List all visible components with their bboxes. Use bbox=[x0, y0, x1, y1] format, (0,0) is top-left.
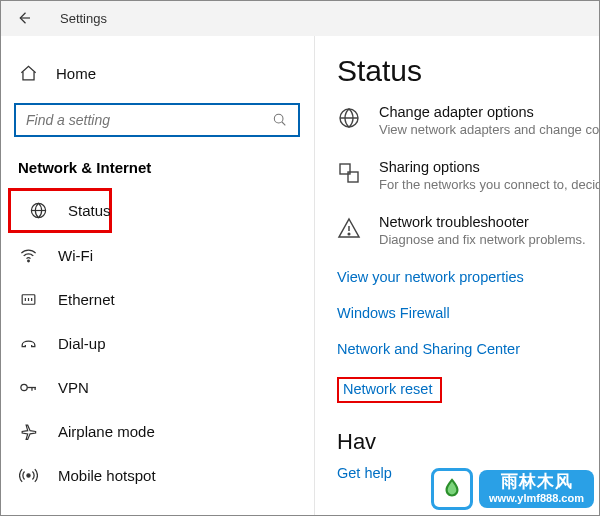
highlight-network-reset: Network reset bbox=[337, 377, 442, 403]
option-desc: Diagnose and fix network problems. bbox=[379, 232, 586, 247]
wifi-icon bbox=[18, 246, 38, 265]
sidebar-home[interactable]: Home bbox=[0, 56, 314, 91]
sidebar-item-label: VPN bbox=[58, 379, 89, 396]
warning-icon bbox=[337, 214, 363, 240]
option-title: Change adapter options bbox=[379, 104, 600, 120]
sidebar-item-label: Mobile hotspot bbox=[58, 467, 156, 484]
svg-point-9 bbox=[348, 233, 350, 235]
svg-point-4 bbox=[21, 384, 27, 390]
search-box[interactable] bbox=[14, 103, 300, 137]
option-desc: View network adapters and change connect… bbox=[379, 122, 600, 137]
titlebar: Settings bbox=[0, 0, 600, 36]
option-title: Network troubleshooter bbox=[379, 214, 586, 230]
link-network-reset[interactable]: Network reset bbox=[343, 381, 432, 397]
sidebar: Home Network & Internet Status Wi-Fi bbox=[0, 36, 315, 516]
sidebar-item-dialup[interactable]: Dial-up bbox=[0, 321, 314, 365]
svg-point-5 bbox=[26, 473, 29, 476]
ethernet-icon bbox=[18, 290, 38, 309]
option-sharing[interactable]: Sharing options For the networks you con… bbox=[337, 159, 600, 192]
sidebar-section-title: Network & Internet bbox=[0, 137, 314, 188]
vpn-icon bbox=[18, 378, 38, 397]
sidebar-item-wifi[interactable]: Wi-Fi bbox=[0, 233, 314, 277]
dialup-icon bbox=[18, 334, 38, 353]
airplane-icon bbox=[18, 422, 38, 441]
option-title: Sharing options bbox=[379, 159, 600, 175]
back-button[interactable] bbox=[8, 2, 40, 34]
watermark-url: www.ylmf888.com bbox=[489, 492, 584, 504]
main-panel: Status Change adapter options View netwo… bbox=[315, 36, 600, 516]
svg-point-2 bbox=[27, 260, 29, 262]
sidebar-item-label: Wi-Fi bbox=[58, 247, 93, 264]
page-heading: Status bbox=[337, 54, 600, 88]
sharing-icon bbox=[337, 159, 363, 185]
globe-icon bbox=[337, 104, 363, 130]
sidebar-item-label: Dial-up bbox=[58, 335, 106, 352]
sidebar-item-label: Status bbox=[68, 202, 111, 219]
hotspot-icon bbox=[18, 466, 38, 485]
link-windows-firewall[interactable]: Windows Firewall bbox=[337, 305, 450, 321]
sidebar-item-ethernet[interactable]: Ethernet bbox=[0, 277, 314, 321]
link-network-sharing[interactable]: Network and Sharing Center bbox=[337, 341, 520, 357]
link-view-properties[interactable]: View your network properties bbox=[337, 269, 524, 285]
sidebar-item-label: Airplane mode bbox=[58, 423, 155, 440]
sidebar-item-status[interactable]: Status bbox=[8, 188, 112, 233]
globe-icon bbox=[29, 201, 48, 220]
home-icon bbox=[18, 64, 38, 83]
option-change-adapter[interactable]: Change adapter options View network adap… bbox=[337, 104, 600, 137]
search-input[interactable] bbox=[26, 112, 272, 128]
svg-point-0 bbox=[274, 114, 283, 123]
watermark: 雨林木风 www.ylmf888.com bbox=[431, 468, 594, 510]
sidebar-item-vpn[interactable]: VPN bbox=[0, 365, 314, 409]
sidebar-item-hotspot[interactable]: Mobile hotspot bbox=[0, 453, 314, 497]
window-title: Settings bbox=[60, 11, 107, 26]
watermark-cn: 雨林木风 bbox=[489, 473, 584, 492]
option-troubleshooter[interactable]: Network troubleshooter Diagnose and fix … bbox=[337, 214, 600, 247]
search-icon bbox=[272, 112, 288, 128]
option-desc: For the networks you connect to, decide … bbox=[379, 177, 600, 192]
back-arrow-icon bbox=[15, 9, 33, 27]
question-heading: Hav bbox=[337, 429, 600, 455]
sidebar-item-label: Ethernet bbox=[58, 291, 115, 308]
watermark-logo-icon bbox=[431, 468, 473, 510]
sidebar-item-airplane[interactable]: Airplane mode bbox=[0, 409, 314, 453]
watermark-text: 雨林木风 www.ylmf888.com bbox=[479, 470, 594, 508]
sidebar-home-label: Home bbox=[56, 65, 96, 82]
